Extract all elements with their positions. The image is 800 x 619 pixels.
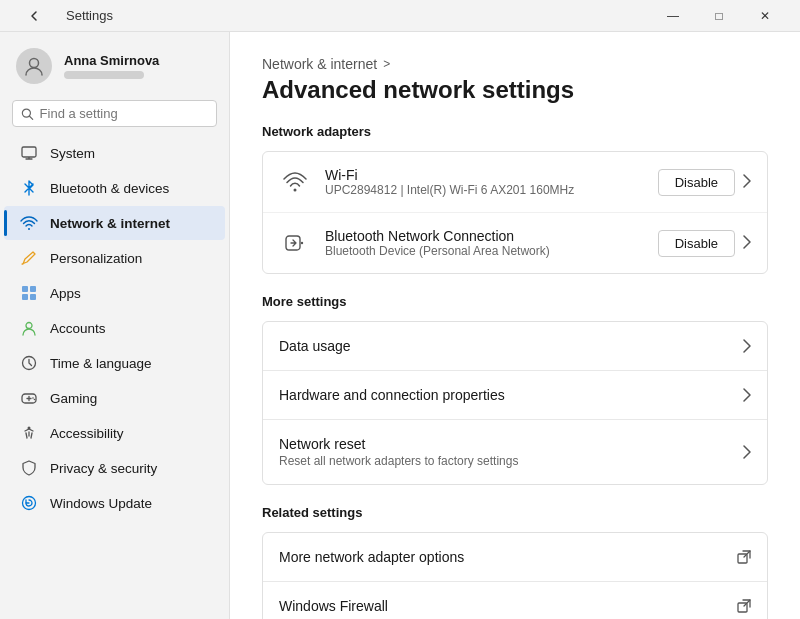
svg-point-20 bbox=[294, 189, 297, 192]
minimize-button[interactable]: — bbox=[650, 0, 696, 32]
network-reset-name: Network reset bbox=[279, 436, 518, 452]
accounts-icon bbox=[20, 319, 38, 337]
user-info: Anna Smirnova bbox=[64, 53, 159, 79]
data-usage-left: Data usage bbox=[279, 338, 351, 354]
user-subtitle bbox=[64, 71, 144, 79]
maximize-button[interactable]: □ bbox=[696, 0, 742, 32]
sidebar-item-apps-label: Apps bbox=[50, 286, 81, 301]
adapters-section-title: Network adapters bbox=[262, 124, 768, 139]
bluetooth-expand-icon[interactable] bbox=[743, 235, 751, 252]
sidebar-item-privacy[interactable]: Privacy & security bbox=[4, 451, 225, 485]
sidebar-item-accessibility[interactable]: Accessibility bbox=[4, 416, 225, 450]
avatar bbox=[16, 48, 52, 84]
bluetooth-network-icon bbox=[279, 227, 311, 259]
search-box[interactable] bbox=[12, 100, 217, 127]
network-reset-chevron bbox=[743, 445, 751, 459]
sidebar-item-bluetooth[interactable]: Bluetooth & devices bbox=[4, 171, 225, 205]
svg-point-22 bbox=[301, 242, 303, 244]
wifi-name: Wi-Fi bbox=[325, 167, 574, 183]
page-title: Advanced network settings bbox=[262, 76, 768, 104]
sidebar-item-time[interactable]: Time & language bbox=[4, 346, 225, 380]
sidebar-item-gaming-label: Gaming bbox=[50, 391, 97, 406]
bluetooth-icon bbox=[20, 179, 38, 197]
wifi-expand-icon[interactable] bbox=[743, 174, 751, 191]
network-adapter-options-row[interactable]: More network adapter options bbox=[263, 533, 767, 582]
sidebar-item-update[interactable]: Windows Update bbox=[4, 486, 225, 520]
apps-icon bbox=[20, 284, 38, 302]
sidebar-item-gaming[interactable]: Gaming bbox=[4, 381, 225, 415]
windows-firewall-external-icon bbox=[737, 599, 751, 613]
app-title: Settings bbox=[66, 8, 113, 23]
bluetooth-adapter-row[interactable]: Bluetooth Network Connection Bluetooth D… bbox=[263, 213, 767, 273]
svg-point-0 bbox=[30, 59, 39, 68]
sidebar-item-system[interactable]: System bbox=[4, 136, 225, 170]
title-bar: Settings — □ ✕ bbox=[0, 0, 800, 32]
content-area: Network & internet > Advanced network se… bbox=[230, 32, 800, 619]
title-bar-left: Settings bbox=[12, 0, 113, 32]
network-reset-row[interactable]: Network reset Reset all network adapters… bbox=[263, 420, 767, 484]
more-settings-section: More settings Data usage Hardware and co… bbox=[262, 294, 768, 485]
hardware-properties-row[interactable]: Hardware and connection properties bbox=[263, 371, 767, 420]
breadcrumb-parent: Network & internet bbox=[262, 56, 377, 72]
bluetooth-net-desc: Bluetooth Device (Personal Area Network) bbox=[325, 244, 550, 258]
bluetooth-adapter-left: Bluetooth Network Connection Bluetooth D… bbox=[279, 227, 550, 259]
sidebar-item-accessibility-label: Accessibility bbox=[50, 426, 124, 441]
privacy-icon bbox=[20, 459, 38, 477]
sidebar: Anna Smirnova System bbox=[0, 32, 230, 619]
search-input[interactable] bbox=[40, 106, 208, 121]
hardware-left: Hardware and connection properties bbox=[279, 387, 505, 403]
close-button[interactable]: ✕ bbox=[742, 0, 788, 32]
sidebar-item-system-label: System bbox=[50, 146, 95, 161]
sidebar-item-time-label: Time & language bbox=[50, 356, 152, 371]
windows-firewall-name: Windows Firewall bbox=[279, 598, 388, 614]
wifi-desc: UPC2894812 | Intel(R) Wi-Fi 6 AX201 160M… bbox=[325, 183, 574, 197]
related-settings-title: Related settings bbox=[262, 505, 768, 520]
adapters-card: Wi-Fi UPC2894812 | Intel(R) Wi-Fi 6 AX20… bbox=[262, 151, 768, 274]
data-usage-row[interactable]: Data usage bbox=[263, 322, 767, 371]
sidebar-item-network-label: Network & internet bbox=[50, 216, 170, 231]
sidebar-item-network[interactable]: Network & internet bbox=[4, 206, 225, 240]
svg-point-6 bbox=[28, 228, 30, 230]
data-usage-name: Data usage bbox=[279, 338, 351, 354]
svg-point-16 bbox=[32, 397, 34, 399]
wifi-info: Wi-Fi UPC2894812 | Intel(R) Wi-Fi 6 AX20… bbox=[325, 167, 574, 197]
svg-rect-9 bbox=[22, 294, 28, 300]
svg-rect-8 bbox=[30, 286, 36, 292]
sidebar-item-accounts-label: Accounts bbox=[50, 321, 106, 336]
wifi-adapter-row[interactable]: Wi-Fi UPC2894812 | Intel(R) Wi-Fi 6 AX20… bbox=[263, 152, 767, 213]
user-section[interactable]: Anna Smirnova bbox=[0, 32, 229, 96]
svg-line-2 bbox=[30, 116, 33, 119]
back-button[interactable] bbox=[12, 0, 58, 32]
gaming-icon bbox=[20, 389, 38, 407]
network-reset-desc: Reset all network adapters to factory se… bbox=[279, 454, 518, 468]
user-name: Anna Smirnova bbox=[64, 53, 159, 68]
main-container: Anna Smirnova System bbox=[0, 32, 800, 619]
system-icon bbox=[20, 144, 38, 162]
update-icon bbox=[20, 494, 38, 512]
sidebar-item-accounts[interactable]: Accounts bbox=[4, 311, 225, 345]
network-adapter-options-name: More network adapter options bbox=[279, 549, 464, 565]
windows-firewall-row[interactable]: Windows Firewall bbox=[263, 582, 767, 619]
bluetooth-net-name: Bluetooth Network Connection bbox=[325, 228, 550, 244]
time-icon bbox=[20, 354, 38, 372]
sidebar-item-personalization[interactable]: Personalization bbox=[4, 241, 225, 275]
svg-rect-10 bbox=[30, 294, 36, 300]
svg-rect-7 bbox=[22, 286, 28, 292]
network-reset-left: Network reset Reset all network adapters… bbox=[279, 436, 518, 468]
breadcrumb-separator: > bbox=[383, 57, 390, 71]
wifi-icon bbox=[279, 166, 311, 198]
breadcrumb: Network & internet > bbox=[262, 56, 768, 72]
bluetooth-disable-button[interactable]: Disable bbox=[658, 230, 735, 257]
svg-point-17 bbox=[34, 399, 36, 401]
bluetooth-controls: Disable bbox=[658, 230, 751, 257]
hardware-chevron bbox=[743, 388, 751, 402]
wifi-disable-button[interactable]: Disable bbox=[658, 169, 735, 196]
data-usage-chevron bbox=[743, 339, 751, 353]
more-settings-card: Data usage Hardware and connection prope… bbox=[262, 321, 768, 485]
network-adapter-options-external-icon bbox=[737, 550, 751, 564]
sidebar-item-apps[interactable]: Apps bbox=[4, 276, 225, 310]
sidebar-item-bluetooth-label: Bluetooth & devices bbox=[50, 181, 169, 196]
personalization-icon bbox=[20, 249, 38, 267]
sidebar-item-personalization-label: Personalization bbox=[50, 251, 142, 266]
sidebar-item-privacy-label: Privacy & security bbox=[50, 461, 157, 476]
